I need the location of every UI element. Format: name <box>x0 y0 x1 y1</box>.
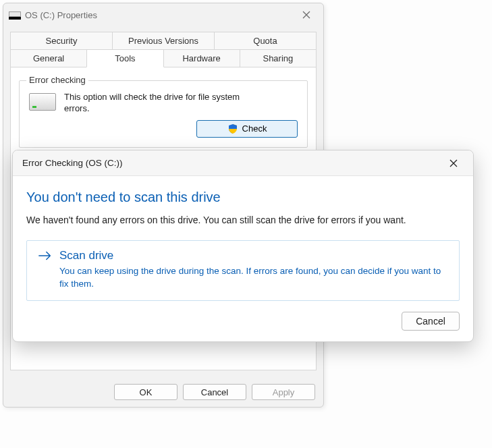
tab-security[interactable]: Security <box>10 32 113 50</box>
tab-tools[interactable]: Tools <box>86 49 163 67</box>
cancel-button[interactable]: Cancel <box>183 384 246 400</box>
check-button-label: Check <box>242 123 267 134</box>
dialog-cancel-button[interactable]: Cancel <box>402 312 460 331</box>
dialog-titlebar: Error Checking (OS (C:)) <box>13 150 473 176</box>
error-checking-dialog: Error Checking (OS (C:)) You don't need … <box>12 150 474 342</box>
drive-icon <box>9 10 21 20</box>
dialog-heading: You don't need to scan this drive <box>26 190 460 205</box>
dialog-title: Error Checking (OS (C:)) <box>22 158 123 168</box>
properties-title: OS (C:) Properties <box>25 10 97 20</box>
tab-previous-versions[interactable]: Previous Versions <box>112 32 215 50</box>
properties-titlebar: OS (C:) Properties <box>3 3 323 26</box>
arrow-right-icon <box>38 250 53 261</box>
dialog-body-text: We haven't found any errors on this driv… <box>26 215 460 225</box>
shield-icon <box>227 123 238 134</box>
properties-footer: OK Cancel Apply <box>114 384 315 400</box>
scan-drive-command[interactable]: Scan drive You can keep using the drive … <box>26 240 460 301</box>
error-checking-description: This option will check the drive for fil… <box>64 92 253 115</box>
check-button[interactable]: Check <box>196 120 298 138</box>
close-icon[interactable] <box>295 5 318 25</box>
tab-quota[interactable]: Quota <box>214 32 317 50</box>
apply-button: Apply <box>252 384 315 400</box>
close-icon[interactable] <box>443 153 464 173</box>
tab-general[interactable]: General <box>10 49 87 67</box>
scan-drive-title: Scan drive <box>59 249 113 262</box>
error-checking-label: Error checking <box>26 75 88 85</box>
scan-drive-description: You can keep using the drive during the … <box>38 265 448 291</box>
tab-sharing[interactable]: Sharing <box>240 49 317 67</box>
tab-hardware[interactable]: Hardware <box>163 49 240 67</box>
drive-large-icon <box>29 93 56 111</box>
error-checking-group: Error checking This option will check th… <box>19 80 308 148</box>
ok-button[interactable]: OK <box>114 384 177 400</box>
